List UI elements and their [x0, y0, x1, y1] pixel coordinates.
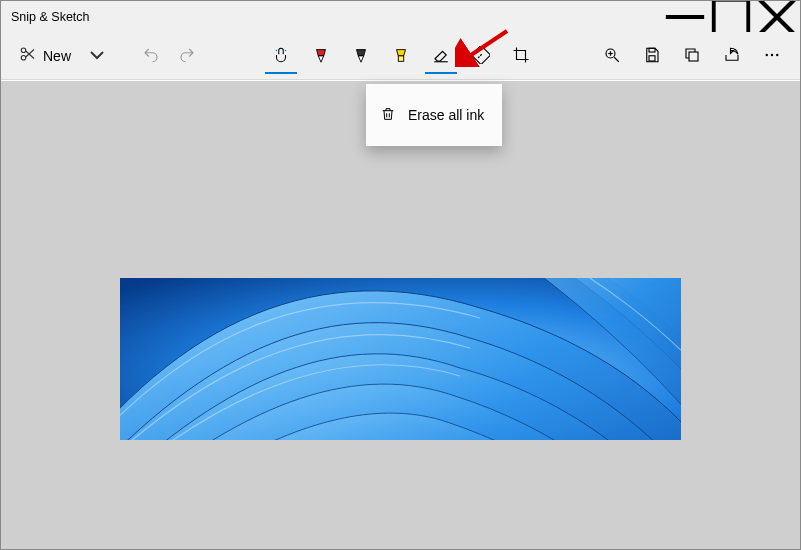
new-snip-label: New [43, 48, 71, 64]
svg-line-6 [26, 51, 34, 59]
captured-image[interactable] [120, 278, 681, 440]
touch-writing-button[interactable] [265, 38, 297, 74]
toolbar: New [1, 32, 800, 80]
pencil-button[interactable] [345, 38, 377, 74]
window-title: Snip & Sketch [11, 10, 90, 24]
svg-point-9 [275, 49, 277, 51]
redo-button[interactable] [171, 38, 203, 74]
svg-marker-14 [396, 49, 405, 55]
erase-all-ink-item[interactable]: Erase all ink [408, 107, 484, 123]
eraser-dropdown: Erase all ink [366, 84, 502, 146]
more-button[interactable] [756, 38, 788, 74]
close-button[interactable] [754, 1, 800, 32]
highlighter-button[interactable] [385, 38, 417, 74]
svg-point-27 [766, 53, 768, 55]
canvas-area[interactable] [1, 81, 800, 549]
new-snip-button[interactable]: New [13, 38, 77, 74]
trash-icon [380, 106, 396, 125]
svg-marker-11 [318, 55, 323, 61]
save-button[interactable] [636, 38, 668, 74]
crop-button[interactable] [505, 38, 537, 74]
svg-line-19 [480, 54, 482, 56]
svg-point-29 [776, 53, 778, 55]
svg-point-28 [771, 53, 773, 55]
scissors-icon [19, 45, 37, 66]
svg-rect-26 [689, 52, 698, 61]
maximize-button[interactable] [708, 1, 754, 32]
svg-rect-1 [714, 0, 749, 34]
ruler-button[interactable] [465, 38, 497, 74]
svg-line-18 [478, 56, 480, 58]
svg-line-7 [26, 50, 34, 58]
svg-rect-24 [649, 48, 655, 52]
copy-button[interactable] [676, 38, 708, 74]
svg-point-8 [284, 49, 286, 51]
svg-point-4 [21, 48, 26, 53]
eraser-button[interactable] [425, 38, 457, 74]
ballpoint-pen-button[interactable] [305, 38, 337, 74]
minimize-button[interactable] [662, 1, 708, 32]
svg-marker-13 [358, 55, 363, 61]
svg-rect-15 [398, 55, 403, 60]
svg-marker-10 [316, 49, 325, 55]
window-controls [662, 1, 800, 32]
share-button[interactable] [716, 38, 748, 74]
undo-button[interactable] [135, 38, 167, 74]
new-snip-dropdown[interactable] [81, 38, 113, 74]
titlebar: Snip & Sketch [1, 1, 800, 32]
svg-rect-25 [649, 55, 655, 60]
zoom-button[interactable] [596, 38, 628, 74]
svg-marker-12 [356, 49, 365, 55]
svg-line-21 [614, 57, 619, 62]
svg-point-5 [21, 56, 26, 61]
